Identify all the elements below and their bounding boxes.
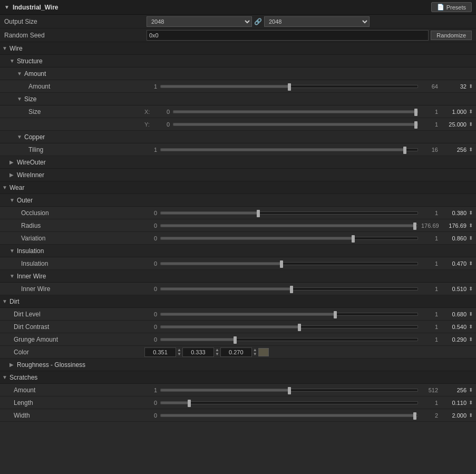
tiling-value: 256 [440, 147, 467, 153]
roughness-chevron: ▶ [9, 362, 15, 367]
random-seed-input[interactable] [147, 30, 429, 41]
occlusion-slider[interactable] [160, 211, 418, 215]
occlusion-min: 0 [144, 210, 157, 216]
grungeamount-spinner[interactable]: ⬍ [469, 336, 474, 342]
output-size-select-1[interactable]: 2048 [147, 16, 252, 27]
sizex-slider[interactable] [173, 110, 418, 113]
copper-label: Copper [24, 133, 45, 141]
amount-property-row: Amount 1 64 32 ⬍ [0, 80, 476, 93]
tiling-max: 16 [421, 147, 438, 153]
radius-label: Radius [2, 222, 144, 229]
innerwire-prop-label: Inner Wire [2, 285, 144, 293]
scratches-amount-slider[interactable] [160, 389, 418, 392]
outer-chevron: ▼ [9, 197, 15, 203]
dirt-section-header[interactable]: ▼ Dirt [0, 295, 476, 308]
grungeamount-slider[interactable] [160, 338, 418, 341]
amount-section-header[interactable]: ▼ Amount [0, 67, 476, 80]
occlusion-row: Occlusion 0 1 0.380 ⬍ [0, 207, 476, 219]
x-label: X: [144, 109, 155, 115]
wireinner-chevron: ▶ [9, 172, 15, 178]
dirtcontrast-spinner[interactable]: ⬍ [469, 324, 474, 330]
variation-row: Variation 0 1 0.860 ⬍ [0, 232, 476, 245]
color-label: Color [2, 349, 144, 356]
grungeamount-value: 0.290 [440, 336, 467, 343]
innerwire-section-header[interactable]: ▼ Inner Wire [0, 270, 476, 283]
randomize-button[interactable]: Randomize [431, 31, 472, 40]
tiling-slider[interactable] [160, 148, 418, 151]
grungeamount-max: 1 [421, 336, 438, 343]
wire-label: Wire [9, 45, 23, 52]
scratches-amount-value: 256 [440, 387, 467, 393]
dirtcontrast-row: Dirt Contrast 0 1 0.540 ⬍ [0, 321, 476, 333]
scratches-width-spinner[interactable]: ⬍ [469, 412, 474, 418]
insulation-slider[interactable] [160, 262, 418, 265]
insulation-prop-label: Insulation [2, 260, 144, 267]
size-row-label: Size [2, 108, 144, 115]
amount-spinner[interactable]: ⬍ [469, 83, 474, 89]
scratches-amount-max: 512 [421, 387, 438, 393]
variation-spinner[interactable]: ⬍ [469, 235, 474, 241]
scratches-length-slider[interactable] [160, 401, 418, 404]
scratches-length-max: 1 [421, 400, 438, 406]
size-chevron: ▼ [17, 96, 22, 102]
variation-slider[interactable] [160, 237, 418, 240]
color-swatch[interactable] [258, 348, 269, 356]
structure-label: Structure [17, 57, 43, 65]
output-size-select-2[interactable]: 2048 [264, 16, 370, 27]
innerwire-spinner[interactable]: ⬍ [469, 286, 474, 292]
sizey-min: 0 [157, 121, 170, 128]
color-r-input[interactable] [144, 347, 176, 357]
occlusion-label: Occlusion [2, 209, 144, 217]
radius-slider[interactable] [160, 224, 418, 227]
dirtlevel-slider[interactable] [160, 313, 418, 316]
insulation-section-label: Insulation [17, 247, 44, 255]
color-b-spinner[interactable]: ▲▼ [253, 348, 257, 356]
presets-button[interactable]: 📄 Presets [431, 2, 472, 12]
copper-chevron: ▼ [17, 134, 22, 140]
innerwire-slider[interactable] [160, 287, 418, 291]
insulation-spinner[interactable]: ⬍ [469, 260, 474, 266]
color-g-spinner[interactable]: ▲▼ [215, 348, 219, 356]
scratches-width-slider[interactable] [160, 414, 418, 417]
dirtlevel-spinner[interactable]: ⬍ [469, 311, 474, 317]
roughness-section-header[interactable]: ▶ Roughness - Glossiness [0, 359, 476, 371]
dirtlevel-label: Dirt Level [2, 311, 144, 318]
sizex-spinner[interactable]: ⬍ [469, 109, 474, 114]
dirtcontrast-slider[interactable] [160, 325, 418, 328]
scratches-length-row: Length 0 1 0.110 ⬍ [0, 396, 476, 409]
color-g-input[interactable] [182, 347, 214, 357]
outer-section-header[interactable]: ▼ Outer [0, 194, 476, 207]
wireinner-section-header[interactable]: ▶ WireInner [0, 169, 476, 181]
wire-section-header[interactable]: ▼ Wire [0, 42, 476, 55]
size-section-header[interactable]: ▼ Size [0, 93, 476, 105]
innerwire-value: 0.510 [440, 286, 467, 292]
wireouter-label: WireOuter [17, 159, 46, 166]
copper-section-header[interactable]: ▼ Copper [0, 131, 476, 143]
insulation-min: 0 [144, 260, 157, 267]
occlusion-spinner[interactable]: ⬍ [469, 210, 474, 216]
wireouter-section-header[interactable]: ▶ WireOuter [0, 156, 476, 169]
output-size-label: Output Size [4, 18, 147, 25]
scratches-length-spinner[interactable]: ⬍ [469, 400, 474, 405]
dirt-chevron: ▼ [2, 298, 7, 304]
grungeamount-min: 0 [144, 336, 157, 343]
scratches-section-header[interactable]: ▼ Scratches [0, 371, 476, 384]
insulation-section-header[interactable]: ▼ Insulation [0, 245, 476, 257]
sizey-slider[interactable] [173, 123, 418, 126]
color-r-spinner[interactable]: ▲▼ [177, 348, 181, 356]
tiling-label: Tiling [2, 146, 144, 153]
sizey-spinner[interactable]: ⬍ [469, 121, 474, 127]
scratches-amount-spinner[interactable]: ⬍ [469, 387, 474, 393]
wear-section-header[interactable]: ▼ Wear [0, 181, 476, 194]
insulation-chevron: ▼ [9, 248, 15, 254]
structure-section-header[interactable]: ▼ Structure [0, 55, 476, 67]
color-b-input[interactable] [220, 347, 252, 357]
scratches-width-min: 0 [144, 412, 157, 419]
scratches-chevron: ▼ [2, 374, 7, 380]
amount-slider[interactable] [160, 85, 418, 88]
amount-max: 64 [421, 83, 438, 90]
scratches-label: Scratches [9, 374, 37, 381]
tiling-spinner[interactable]: ⬍ [469, 147, 474, 152]
radius-spinner[interactable]: ⬍ [469, 223, 474, 228]
sizex-max: 1 [421, 109, 438, 115]
